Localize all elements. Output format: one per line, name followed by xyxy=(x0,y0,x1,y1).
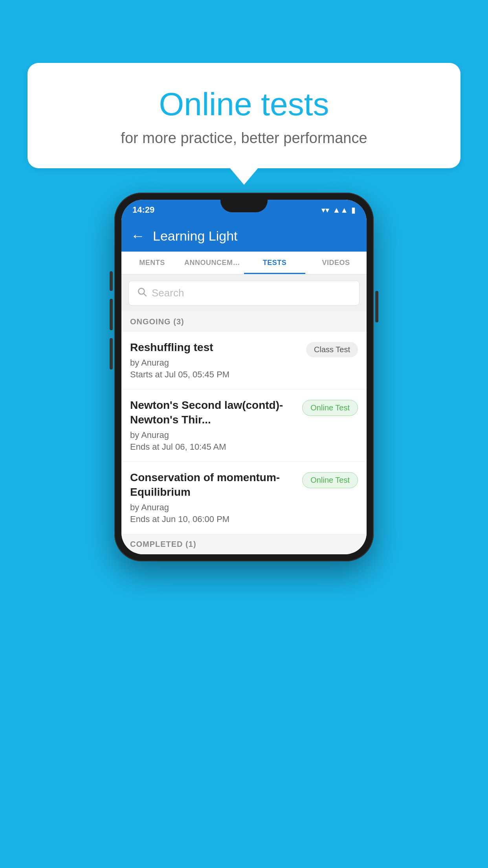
volume-up-button[interactable] xyxy=(110,271,113,291)
test-author: by Anurag xyxy=(130,358,300,368)
search-placeholder: Search xyxy=(152,287,184,299)
test-author: by Anurag xyxy=(130,430,296,440)
test-name: Conservation of momentum-Equilibrium xyxy=(130,471,296,499)
tabs-container: MENTS ANNOUNCEMENTS TESTS VIDEOS xyxy=(121,252,367,274)
search-bar[interactable]: Search xyxy=(128,281,360,305)
test-date: Ends at Jun 10, 06:00 PM xyxy=(130,514,296,524)
speech-bubble: Online tests for more practice, better p… xyxy=(28,63,460,168)
app-bar: ← Learning Light xyxy=(121,220,367,252)
test-badge: Class Test xyxy=(306,342,358,357)
test-item[interactable]: Reshuffling test by Anurag Starts at Jul… xyxy=(121,332,367,390)
test-content: Newton's Second law(contd)-Newton's Thir… xyxy=(130,398,296,452)
status-icons: ▾▾ ▲▲ ▮ xyxy=(321,205,356,215)
status-time: 14:29 xyxy=(132,205,154,215)
phone-outer: 14:29 ▾▾ ▲▲ ▮ ← Learning Light MENTS ANN… xyxy=(114,193,374,561)
tab-announcements[interactable]: ANNOUNCEMENTS xyxy=(183,252,244,274)
bubble-subtitle: for more practice, better performance xyxy=(47,130,441,147)
completed-section-header: COMPLETED (1) xyxy=(121,534,367,554)
wifi-icon: ▾▾ xyxy=(321,205,329,215)
test-name: Reshuffling test xyxy=(130,340,300,355)
test-badge: Online Test xyxy=(302,400,358,416)
battery-icon: ▮ xyxy=(351,205,356,215)
bubble-title: Online tests xyxy=(47,86,441,122)
power-button[interactable] xyxy=(375,291,378,322)
search-icon xyxy=(137,287,147,300)
tab-ments[interactable]: MENTS xyxy=(121,252,183,274)
phone-notch xyxy=(220,200,268,212)
test-date: Starts at Jul 05, 05:45 PM xyxy=(130,370,300,380)
svg-line-1 xyxy=(144,294,146,296)
test-item[interactable]: Conservation of momentum-Equilibrium by … xyxy=(121,462,367,534)
test-name: Newton's Second law(contd)-Newton's Thir… xyxy=(130,398,296,427)
signal-icon: ▲▲ xyxy=(332,206,348,215)
test-list: Reshuffling test by Anurag Starts at Jul… xyxy=(121,332,367,534)
status-bar: 14:29 ▾▾ ▲▲ ▮ xyxy=(121,200,367,220)
test-item[interactable]: Newton's Second law(contd)-Newton's Thir… xyxy=(121,390,367,462)
test-badge: Online Test xyxy=(302,472,358,488)
test-content: Reshuffling test by Anurag Starts at Jul… xyxy=(130,340,300,380)
tab-tests[interactable]: TESTS xyxy=(244,252,305,274)
test-date: Ends at Jul 06, 10:45 AM xyxy=(130,442,296,452)
search-container: Search xyxy=(121,274,367,312)
tab-videos[interactable]: VIDEOS xyxy=(305,252,367,274)
volume-down-button[interactable] xyxy=(110,299,113,330)
test-content: Conservation of momentum-Equilibrium by … xyxy=(130,471,296,524)
phone-screen: 14:29 ▾▾ ▲▲ ▮ ← Learning Light MENTS ANN… xyxy=(121,200,367,554)
test-author: by Anurag xyxy=(130,502,296,513)
volume-down-2-button[interactable] xyxy=(110,338,113,370)
back-button[interactable]: ← xyxy=(131,228,145,244)
ongoing-section-header: ONGOING (3) xyxy=(121,312,367,332)
phone-wrapper: 14:29 ▾▾ ▲▲ ▮ ← Learning Light MENTS ANN… xyxy=(114,193,374,561)
speech-bubble-container: Online tests for more practice, better p… xyxy=(28,63,460,168)
app-title: Learning Light xyxy=(153,228,238,244)
